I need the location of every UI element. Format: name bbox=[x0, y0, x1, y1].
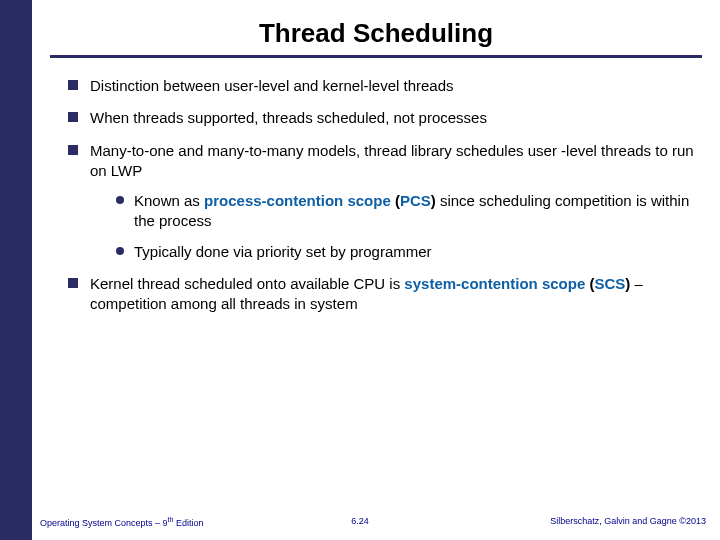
sub-bullet-item: Typically done via priority set by progr… bbox=[118, 242, 702, 262]
bullet-item: Distinction between user-level and kerne… bbox=[72, 76, 702, 96]
sub-bullet-item: Known as process-contention scope (PCS) … bbox=[118, 191, 702, 232]
footer-center: 6.24 bbox=[351, 516, 369, 526]
bullet-text: Many-to-one and many-to-many models, thr… bbox=[90, 142, 694, 179]
text-run: Known as bbox=[134, 192, 204, 209]
text-run: Kernel thread scheduled onto available C… bbox=[90, 275, 404, 292]
footer-right: Silberschatz, Galvin and Gagne ©2013 bbox=[550, 516, 706, 526]
bullet-item: Many-to-one and many-to-many models, thr… bbox=[72, 141, 702, 262]
highlight-term: system-contention scope bbox=[404, 275, 589, 292]
highlight-term: process-contention scope bbox=[204, 192, 395, 209]
slide-title: Thread Scheduling bbox=[50, 10, 702, 55]
sub-bullet-list: Known as process-contention scope (PCS) … bbox=[90, 191, 702, 262]
highlight-abbr: SCS bbox=[594, 275, 625, 292]
bullet-item: When threads supported, threads schedule… bbox=[72, 108, 702, 128]
footer-text: Edition bbox=[173, 518, 203, 528]
bullet-item: Kernel thread scheduled onto available C… bbox=[72, 274, 702, 315]
footer: Operating System Concepts – 9th Edition … bbox=[0, 516, 720, 532]
content-area: Thread Scheduling Distinction between us… bbox=[32, 0, 720, 540]
footer-left: Operating System Concepts – 9th Edition bbox=[40, 516, 203, 528]
footer-text: Operating System Concepts – 9 bbox=[40, 518, 168, 528]
bullet-list: Distinction between user-level and kerne… bbox=[50, 76, 702, 314]
slide: Thread Scheduling Distinction between us… bbox=[0, 0, 720, 540]
highlight-abbr: PCS bbox=[400, 192, 431, 209]
title-divider bbox=[50, 55, 702, 58]
sidebar-accent bbox=[0, 0, 32, 540]
